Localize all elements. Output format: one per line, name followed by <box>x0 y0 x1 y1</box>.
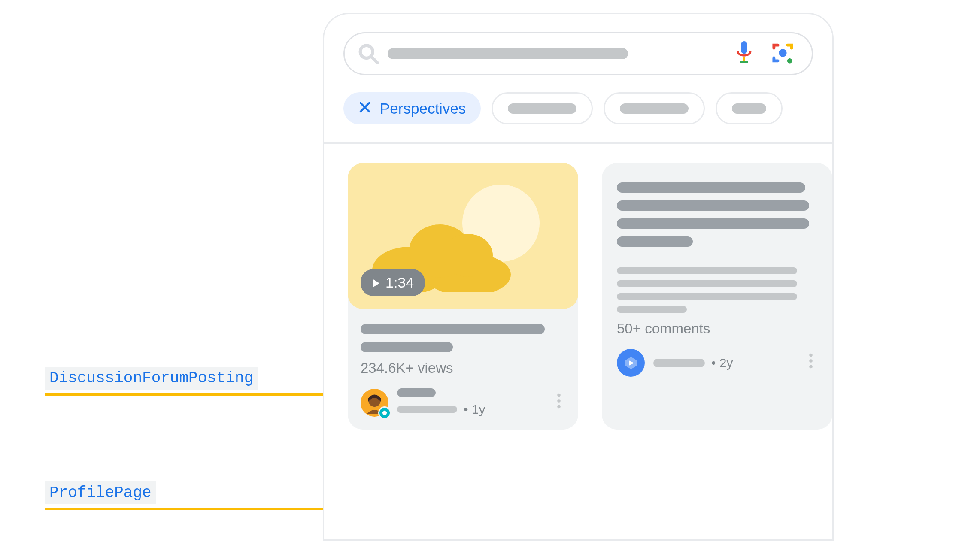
svg-point-5 <box>779 49 786 57</box>
chip-placeholder[interactable] <box>716 92 783 124</box>
source-info: • 2y <box>653 356 809 370</box>
svg-point-12 <box>443 234 493 277</box>
svg-point-6 <box>787 58 792 63</box>
svg-line-1 <box>371 56 377 63</box>
svg-marker-13 <box>373 279 379 288</box>
mic-icon[interactable] <box>734 41 754 67</box>
chip-placeholder[interactable] <box>492 92 593 124</box>
svg-point-23 <box>809 365 813 369</box>
svg-point-21 <box>809 354 813 357</box>
search-icon <box>358 43 379 64</box>
svg-point-18 <box>557 405 561 408</box>
play-icon <box>372 274 380 291</box>
snippet-placeholder-line <box>617 293 797 300</box>
author-info: • 1y <box>397 388 557 417</box>
comments-count: 50+ comments <box>617 321 817 337</box>
source-favicon[interactable] <box>617 349 645 377</box>
card-body: 234.6K+ views <box>348 309 578 430</box>
views-count: 234.6K+ views <box>361 360 565 376</box>
snippet-placeholder-line <box>617 306 687 313</box>
lens-icon[interactable] <box>771 41 795 67</box>
title-placeholder-line <box>617 182 805 193</box>
chip-label: Perspectives <box>380 100 466 117</box>
svg-point-22 <box>809 359 813 363</box>
chip-perspectives[interactable]: Perspectives <box>343 92 481 124</box>
chip-label-placeholder <box>620 103 689 114</box>
snippet-placeholder-line <box>617 280 797 287</box>
video-result-card[interactable]: 1:34 234.6K+ views <box>348 163 578 430</box>
svg-rect-2 <box>741 41 747 54</box>
search-query-placeholder <box>388 48 628 59</box>
title-placeholder-line <box>617 218 809 229</box>
close-icon <box>358 100 371 117</box>
snippet-placeholder-line <box>617 267 797 274</box>
author-avatar[interactable] <box>361 389 388 417</box>
chip-placeholder[interactable] <box>604 92 705 124</box>
svg-point-16 <box>557 393 561 397</box>
source-name-placeholder <box>653 359 705 367</box>
chip-label-placeholder <box>732 103 766 114</box>
results-row: 1:34 234.6K+ views <box>348 163 832 430</box>
verified-badge-icon <box>378 406 391 419</box>
search-bar[interactable] <box>343 32 813 75</box>
card-body: 50+ comments • 2y <box>602 163 832 390</box>
author-name-placeholder <box>397 388 436 397</box>
title-placeholder-line <box>361 342 453 352</box>
more-options-icon[interactable] <box>809 353 813 372</box>
svg-point-17 <box>557 399 561 403</box>
phone-frame: Perspectives <box>323 13 834 541</box>
divider <box>324 142 832 144</box>
author-row: • 1y <box>361 388 565 417</box>
time-ago: • 2y <box>711 356 733 370</box>
discussion-result-card[interactable]: 50+ comments • 2y <box>602 163 832 430</box>
time-ago: • 1y <box>464 402 485 417</box>
source-row: • 2y <box>617 349 817 377</box>
annotation-label: DiscussionForumPosting <box>45 367 258 390</box>
chip-label-placeholder <box>508 103 576 114</box>
title-placeholder-line <box>361 324 545 334</box>
annotation-label: ProfilePage <box>45 481 156 504</box>
video-duration-badge: 1:34 <box>361 269 425 296</box>
more-options-icon[interactable] <box>557 393 561 412</box>
title-placeholder-line <box>617 236 693 247</box>
author-meta-placeholder <box>397 406 457 413</box>
video-thumbnail: 1:34 <box>348 163 578 309</box>
filter-chips-row: Perspectives <box>343 92 832 124</box>
title-placeholder-line <box>617 200 809 211</box>
video-duration: 1:34 <box>385 274 414 291</box>
